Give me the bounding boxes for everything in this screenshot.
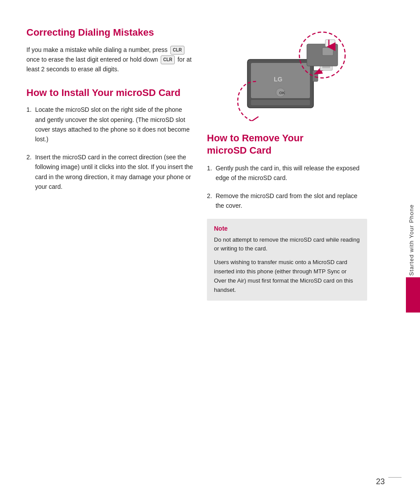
sidebar-label-area: Getting Started with Your Phone [402, 0, 420, 504]
install-section: How to Install Your microSD Card 1. Loca… [26, 87, 194, 192]
page: Correcting Dialing Mistakes If you make … [0, 0, 420, 504]
svg-text:LG: LG [274, 76, 283, 83]
remove-step-text-2: Remove the microSD card from the slot an… [216, 191, 367, 211]
note-text-1: Do not attempt to remove the microSD car… [214, 235, 360, 254]
note-label: Note [214, 225, 360, 232]
step-text-1: Locate the microSD slot on the right sid… [35, 105, 194, 144]
remove-step-text-1: Gently push the card in, this will relea… [216, 163, 367, 183]
note-box: Note Do not attempt to remove the microS… [207, 219, 367, 301]
clr-button-2: CLR [161, 55, 175, 64]
remove-title: How to Remove Your microSD Card [207, 132, 367, 156]
install-steps: 1. Locate the microSD slot on the right … [26, 105, 194, 191]
correcting-text-1: If you make a mistake while dialing a nu… [26, 46, 168, 53]
remove-steps: 1. Gently push the card in, this will re… [207, 163, 367, 211]
right-column: LG OK [207, 26, 394, 301]
step-text-2: Insert the microSD card in the correct d… [35, 152, 194, 192]
svg-text:OK: OK [279, 91, 285, 95]
remove-step-2: 2. Remove the microSD card from the slot… [207, 191, 367, 211]
sidebar-bar [406, 277, 420, 313]
svg-rect-6 [313, 70, 318, 81]
remove-step-number-2: 2. [207, 191, 212, 211]
remove-title-line1: How to Remove Your [207, 132, 303, 143]
correcting-body: If you make a mistake while dialing a nu… [26, 45, 194, 74]
remove-step-number-1: 1. [207, 163, 212, 183]
install-step-2: 2. Insert the microSD card in the correc… [26, 152, 194, 192]
correcting-title: Correcting Dialing Mistakes [26, 26, 194, 39]
note-text-2: Users wishing to transfer music onto a M… [214, 258, 360, 294]
phone-image-area: LG OK [207, 26, 367, 123]
step-number-2: 2. [26, 152, 32, 192]
phone-illustration: LG OK [225, 29, 349, 121]
left-column: Correcting Dialing Mistakes If you make … [26, 26, 194, 301]
step-number-1: 1. [26, 105, 32, 144]
install-title: How to Install Your microSD Card [26, 87, 194, 99]
svg-rect-2 [251, 100, 310, 105]
correcting-text-2: once to erase the last digit entered or … [26, 56, 160, 63]
remove-section: How to Remove Your microSD Card 1. Gentl… [207, 132, 367, 301]
svg-rect-12 [325, 40, 335, 47]
divider-line [388, 477, 402, 478]
clr-button-1: CLR [170, 46, 185, 55]
install-step-1: 1. Locate the microSD slot on the right … [26, 105, 194, 144]
remove-step-1: 1. Gently push the card in, this will re… [207, 163, 367, 183]
page-number: 23 [376, 477, 385, 486]
remove-title-line2: microSD Card [207, 145, 272, 156]
svg-rect-11 [322, 48, 333, 55]
